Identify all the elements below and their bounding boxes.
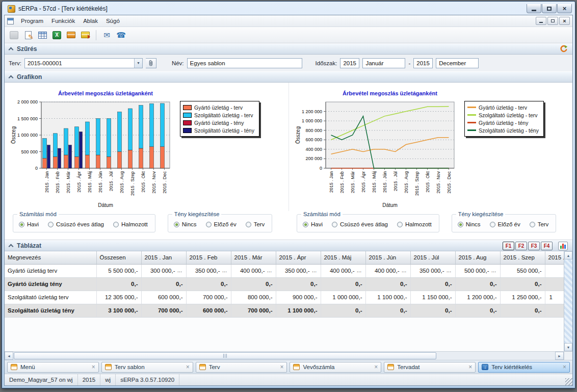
excel-export-button[interactable]: X	[50, 29, 63, 41]
table-row-3[interactable]: Szolgáltató üzletág tény3 100 000,-700 0…	[5, 304, 564, 317]
ellipsis-button[interactable]: …	[312, 268, 318, 273]
value-cell[interactable]: 500 000,-…	[455, 264, 500, 277]
value-cell[interactable]: 1 200 000,-	[455, 291, 500, 304]
value-cell[interactable]: 1 250 000,-	[500, 291, 545, 304]
value-cell[interactable]: 600 000,-	[141, 291, 186, 304]
table-view-button-f3[interactable]: F3	[528, 242, 540, 250]
ellipsis-button[interactable]: …	[402, 268, 407, 273]
menu-item-0[interactable]: Program	[17, 16, 47, 26]
tab-5[interactable]: ↓Terv kiértékelés×	[478, 362, 570, 373]
terv-combobox[interactable]: 2015-000001 ▼	[24, 58, 143, 68]
tab-0[interactable]: Menü×	[7, 362, 99, 373]
column-header-0[interactable]: Megnevezés	[5, 251, 96, 264]
value-cell[interactable]: 0,-	[321, 304, 365, 317]
value-cell[interactable]: 0,-	[321, 277, 365, 291]
radio-teny-kiegeszitese-1[interactable]: Előző év	[206, 221, 237, 227]
horizontal-scrollbar[interactable]: ◄ ►	[5, 351, 572, 360]
scroll-left-button[interactable]: ◄	[5, 352, 13, 360]
column-header-7[interactable]: 2015 . Jún	[365, 251, 410, 264]
value-cell[interactable]: 0,-	[500, 304, 545, 317]
tab-close-icon[interactable]: ×	[186, 364, 190, 370]
minimize-button[interactable]	[527, 4, 541, 13]
close-button[interactable]: ×	[557, 4, 572, 13]
package-orange-button[interactable]	[65, 29, 77, 41]
value-cell[interactable]: 550 000,-	[500, 264, 545, 277]
value-cell[interactable]: 1 150 000,-	[410, 291, 455, 304]
value-cell[interactable]: 0,-	[276, 277, 321, 291]
ellipsis-button[interactable]: …	[491, 268, 497, 273]
dropdown-arrow-icon[interactable]: ▼	[134, 59, 142, 68]
column-header-4[interactable]: 2015 . Már	[231, 251, 276, 264]
value-cell[interactable]: 0,-	[141, 277, 186, 291]
ellipsis-button[interactable]: …	[177, 268, 183, 273]
table-view-button-f1[interactable]: F1	[503, 242, 514, 250]
vertical-scroll-track[interactable]	[564, 259, 572, 343]
horizontal-scroll-track[interactable]	[13, 352, 555, 360]
radio-teny-kiegeszitese-0[interactable]: Nincs	[458, 221, 481, 227]
value-cell[interactable]: 0,-	[500, 277, 545, 291]
resize-grip[interactable]	[565, 378, 572, 385]
value-cell[interactable]: 400 000,-…	[321, 264, 365, 277]
value-cell[interactable]: 600 000,-	[186, 304, 231, 317]
menu-item-2[interactable]: Ablak	[79, 16, 102, 26]
radio-teny-kiegeszitese-0[interactable]: Nincs	[174, 221, 197, 227]
column-header-3[interactable]: 2015 . Feb	[186, 251, 231, 264]
tab-close-icon[interactable]: ×	[563, 364, 566, 370]
tab-3[interactable]: Vevőszámla×	[290, 362, 381, 373]
table-row-0[interactable]: Gyártó üzletág terv5 500 000,-300 000,-……	[5, 264, 564, 277]
column-header-9[interactable]: 2015 . Aug	[455, 251, 500, 264]
value-cell[interactable]: 1 100 000,-	[276, 304, 321, 317]
szures-section-header[interactable]: Szűrés	[5, 43, 572, 55]
mdi-restore-button[interactable]	[547, 17, 558, 25]
phone-button[interactable]: ☎	[115, 29, 127, 41]
value-cell[interactable]: 0,-	[365, 304, 410, 317]
table-view-button[interactable]	[36, 29, 49, 41]
tab-2[interactable]: Terv×	[196, 362, 287, 373]
menu-item-3[interactable]: Súgó	[102, 16, 124, 26]
value-cell[interactable]: 0,-	[410, 277, 455, 291]
ellipsis-button[interactable]: …	[357, 268, 362, 273]
table-row-2[interactable]: Szolgáltató üzletág terv12 305 000,-600 …	[5, 291, 564, 304]
value-cell[interactable]: 0,-	[231, 277, 276, 291]
column-header-6[interactable]: 2015 . Máj	[321, 251, 365, 264]
refresh-icon[interactable]	[560, 45, 568, 53]
tablazat-section-header[interactable]: Táblázat F1F2F3F4	[5, 240, 572, 251]
value-cell[interactable]: 350 000,-…	[410, 264, 455, 277]
month-from-input[interactable]	[362, 58, 405, 68]
nev-input[interactable]	[187, 58, 302, 68]
ellipsis-button[interactable]: …	[222, 268, 228, 273]
mail-button[interactable]: ✉	[100, 29, 113, 41]
table-view-button-f4[interactable]: F4	[541, 242, 553, 250]
scroll-up-button[interactable]: ▲	[564, 251, 572, 259]
table-row-1[interactable]: Gyártó üzletág tény0,-0,-0,-0,-0,-0,-0,-…	[5, 277, 564, 291]
radio-teny-kiegeszitese-1[interactable]: Előző év	[490, 221, 520, 227]
column-header-5[interactable]: 2015 . Ápr	[276, 251, 321, 264]
value-cell[interactable]: 0,-	[186, 277, 231, 291]
column-header-8[interactable]: 2015 . Júl	[410, 251, 455, 264]
value-cell[interactable]: 800 000,-	[231, 291, 276, 304]
column-header-10[interactable]: 2015 . Szep	[500, 251, 545, 264]
edit-button[interactable]: ✎	[22, 29, 35, 41]
value-cell[interactable]: 700 000,-	[186, 291, 231, 304]
scroll-down-button[interactable]: ▼	[564, 343, 572, 351]
radio-teny-kiegeszitese-2[interactable]: Terv	[530, 221, 549, 227]
tab-close-icon[interactable]: ×	[280, 364, 283, 370]
month-to-input[interactable]	[436, 58, 479, 68]
radio-teny-kiegeszitese-2[interactable]: Terv	[246, 221, 265, 227]
value-cell[interactable]: 0,-	[410, 304, 455, 317]
column-header-11[interactable]: 2015 .	[545, 251, 564, 264]
radio-szamitasi-mod-2[interactable]: Halmozott	[397, 221, 432, 227]
maximize-button[interactable]	[542, 4, 557, 13]
value-cell[interactable]: 400 000,-…	[365, 264, 410, 277]
value-cell[interactable]: 400 000,-…	[231, 264, 276, 277]
scroll-right-button[interactable]: ►	[555, 352, 564, 360]
tab-4[interactable]: Tervadat×	[384, 362, 476, 373]
value-cell[interactable]: 0,-	[455, 277, 500, 291]
table-view-button-f2[interactable]: F2	[515, 242, 527, 250]
radio-szamitasi-mod-1[interactable]: Csúszó éves átlag	[332, 221, 388, 227]
value-cell[interactable]: 1 000 000,-	[321, 291, 365, 304]
package-yellow-button[interactable]	[79, 29, 92, 41]
year-to-input[interactable]	[413, 58, 433, 68]
tab-close-icon[interactable]: ×	[92, 364, 95, 370]
attachment-button[interactable]	[146, 58, 156, 68]
